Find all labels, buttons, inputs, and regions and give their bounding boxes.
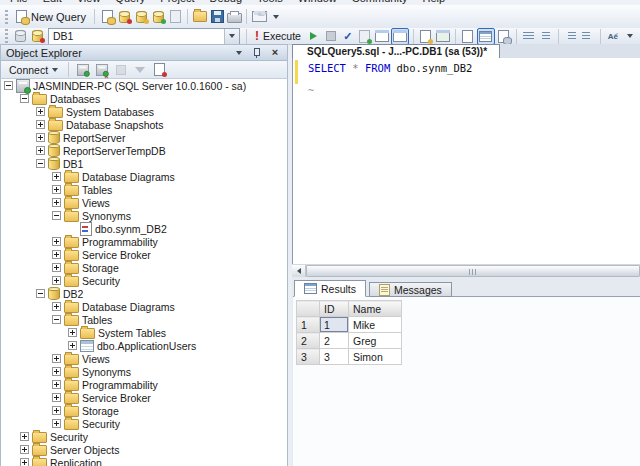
tree-item-databases[interactable]: Databases [1,92,287,105]
collapse-icon[interactable] [20,94,29,103]
query-designer-icon[interactable] [374,29,390,44]
expand-icon[interactable] [52,276,61,285]
toolbar-overflow-icon[interactable] [622,29,638,44]
tree-item-db2-storage[interactable]: Storage [1,404,287,417]
parse-icon[interactable]: ✓ [340,29,356,44]
scrollbar-thumb[interactable] [306,265,640,277]
corner-header[interactable] [297,301,320,317]
decrease-indent-icon[interactable] [563,29,579,44]
collapse-icon[interactable] [52,211,61,220]
tree-item-db1-service-broker[interactable]: Service Broker [1,248,287,261]
cancel-query-icon[interactable] [323,29,339,44]
results-to-grid-icon[interactable] [477,28,495,45]
tree-item-server-objects[interactable]: Server Objects [1,443,287,456]
cell-name[interactable]: Mike [349,317,402,333]
row-number[interactable]: 2 [297,333,320,349]
tree-item-db2[interactable]: DB2 [1,287,287,300]
menu-project[interactable]: Project [160,0,194,4]
menu-window[interactable]: Window [298,0,337,4]
cell-name[interactable]: Simon [349,349,402,365]
expand-icon[interactable] [36,133,45,142]
menu-query[interactable]: Query [115,0,145,4]
analysis-query-icon[interactable] [116,9,132,24]
expand-icon[interactable] [52,263,61,272]
tree-item-db1-views[interactable]: Views [1,196,287,209]
tree-item-db1-storage[interactable]: Storage [1,261,287,274]
include-actual-plan-icon[interactable] [435,29,451,44]
menu-edit[interactable]: Edit [43,0,62,4]
tree-item-reportserver[interactable]: ReportServer [1,131,287,144]
editor-horizontal-scrollbar[interactable] [292,264,640,277]
xmla-query-icon[interactable] [150,9,166,24]
tree-item-db1-programmability[interactable]: Programmability [1,235,287,248]
expand-icon[interactable] [20,458,29,466]
column-header-id[interactable]: ID [320,301,349,317]
results-pane-toggle-icon[interactable] [391,28,409,45]
tree-item-db2-programmability[interactable]: Programmability [1,378,287,391]
tree-item-security[interactable]: Security [1,430,287,443]
auto-hide-pin-icon[interactable] [250,46,264,59]
expand-icon[interactable] [36,120,45,129]
tree-item-system-tables[interactable]: System Tables [1,326,287,339]
toolbar-grip[interactable] [5,10,8,24]
expand-icon[interactable] [52,198,61,207]
open-file-icon[interactable] [192,9,208,24]
expand-icon[interactable] [52,354,61,363]
expand-icon[interactable] [52,237,61,246]
collapse-icon[interactable] [52,315,61,324]
expand-icon[interactable] [68,328,77,337]
cell-name[interactable]: Greg [349,333,402,349]
column-header-name[interactable]: Name [349,301,402,317]
tree-item-db2-security[interactable]: Security [1,417,287,430]
expand-icon[interactable] [52,419,61,428]
toolbar-grip[interactable] [5,29,8,43]
tree-item-db1[interactable]: DB1 [1,157,287,170]
tree-item-db1-synonyms[interactable]: Synonyms [1,209,287,222]
print-icon[interactable] [226,9,242,24]
increase-indent-icon[interactable] [580,29,596,44]
expand-icon[interactable] [20,445,29,454]
menu-community[interactable]: Community [352,0,408,4]
name-match-icon[interactable]: Aể [605,29,621,44]
tab-results[interactable]: Results [294,280,366,297]
menu-view[interactable]: View [77,0,101,4]
expand-icon[interactable] [52,367,61,376]
tree-item-db2-synonyms[interactable]: Synonyms [1,365,287,378]
debug-play-icon[interactable] [306,29,322,44]
mdx-query-icon[interactable] [133,9,149,24]
connect-button[interactable]: Connect [5,62,62,78]
tree-item-db2-tables[interactable]: Tables [1,313,287,326]
stop-icon[interactable]: × [94,62,110,77]
specify-template-values-icon[interactable] [418,29,434,44]
expand-icon[interactable] [52,406,61,415]
available-databases-combo[interactable]: DB1 [48,28,240,45]
connect-db-icon[interactable] [12,29,28,44]
expand-icon[interactable] [68,341,77,350]
tree-item-reportservertempdb[interactable]: ReportServerTempDB [1,144,287,157]
refresh-script-icon[interactable] [151,62,167,77]
cell-id[interactable]: 2 [320,333,349,349]
tree-item-db1-database-diagrams[interactable]: Database Diagrams [1,170,287,183]
menu-tools[interactable]: Tools [257,0,283,4]
tree-item-applicationusers[interactable]: dbo.ApplicationUsers [1,339,287,352]
toolbar-overflow-icon[interactable] [268,9,284,24]
menu-debug[interactable]: Debug [210,0,242,4]
execute-button[interactable]: ! Execute [251,27,305,45]
tab-messages[interactable]: Messages [369,282,452,297]
close-icon[interactable]: × [268,46,282,59]
expand-icon[interactable] [52,302,61,311]
scroll-left-icon[interactable] [292,265,306,277]
expand-icon[interactable] [36,107,45,116]
cell-id[interactable]: 1 [320,317,349,333]
expand-icon[interactable] [52,172,61,181]
expand-icon[interactable] [52,250,61,259]
tree-item-database-snapshots[interactable]: Database Snapshots [1,118,287,131]
mail-icon[interactable] [251,9,267,24]
menu-file[interactable]: File [10,0,28,4]
display-estimated-plan-icon[interactable] [357,29,373,44]
tree-item-db1-tables[interactable]: Tables [1,183,287,196]
collapse-icon[interactable] [36,289,45,298]
tree-item-db2-service-broker[interactable]: Service Broker [1,391,287,404]
collapse-icon[interactable] [36,159,45,168]
tree-item-server[interactable]: JASMINDER-PC (SQL Server 10.0.1600 - sa) [1,79,287,92]
